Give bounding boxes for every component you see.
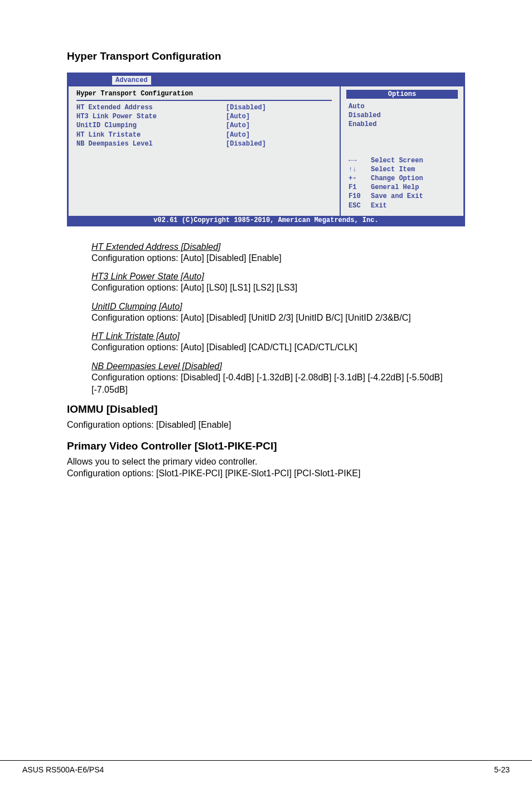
section-body: Configuration options: [Disabled] [Enabl…	[67, 419, 465, 431]
page-footer: ASUS RS500A-E6/PS4 5-23	[0, 760, 532, 774]
heading-hyper-transport: Hyper Transport Configuration	[67, 50, 465, 62]
hint-row: +-Change Option	[349, 174, 456, 183]
bios-value: [Disabled]	[226, 139, 332, 148]
option-item: Enabled	[349, 120, 456, 129]
tab-advanced[interactable]: Advanced	[112, 76, 151, 85]
bios-value: [Auto]	[226, 121, 332, 130]
bios-label: UnitID Clumping	[76, 121, 226, 130]
option-desc: Configuration options: [Auto] [LS0] [LS1…	[91, 282, 465, 294]
hint-key: ESC	[349, 201, 371, 210]
bios-footer: v02.61 (C)Copyright 1985-2010, American …	[69, 216, 463, 225]
bios-label: NB Deempasies Level	[76, 139, 226, 148]
footer-left: ASUS RS500A-E6/PS4	[22, 765, 104, 774]
hint-row: ←→Select Screen	[349, 156, 456, 165]
bios-label: HT Link Tristate	[76, 131, 226, 139]
bios-row[interactable]: NB Deempasies Level [Disabled]	[76, 139, 332, 148]
bios-label: HT3 Link Power State	[76, 112, 226, 121]
hint-row: F10Save and Exit	[349, 192, 456, 201]
option-desc: Configuration options: [Auto] [Disabled]…	[91, 341, 465, 354]
hint-key: F10	[349, 192, 371, 201]
options-list: Auto Disabled Enabled	[341, 102, 463, 129]
heading-iommu: IOMMU [Disabled]	[67, 403, 465, 416]
section-body: Allows you to select the primary video c…	[67, 456, 465, 480]
option-title-ht-tristate: HT Link Tristate [Auto]	[91, 331, 465, 341]
option-desc: Configuration options: [Auto] [Disabled]…	[91, 252, 465, 264]
option-title-unitid: UnitID Clumping [Auto]	[91, 302, 465, 312]
bios-row[interactable]: HT Link Tristate [Auto]	[76, 131, 332, 139]
bios-label: HT Extended Address	[76, 103, 226, 112]
hint-key: +-	[349, 174, 371, 183]
footer-right: 5-23	[494, 765, 510, 774]
option-title-nb-deempasies: NB Deempasies Level [Disabled]	[91, 361, 465, 371]
bios-row[interactable]: HT3 Link Power State [Auto]	[76, 112, 332, 121]
hint-label: General Help	[371, 183, 419, 192]
bios-row[interactable]: UnitID Clumping [Auto]	[76, 121, 332, 130]
option-desc: Configuration options: [Auto] [Disabled]…	[91, 312, 465, 324]
hint-row: F1General Help	[349, 183, 456, 192]
option-item: Disabled	[349, 111, 456, 120]
bios-panel: Advanced Hyper Transport Configuration H…	[67, 73, 465, 226]
bios-menubar: Advanced	[69, 74, 463, 86]
hints-panel: ←→Select Screen ↑↓Select Item +-Change O…	[341, 129, 463, 210]
bios-left-pane: Hyper Transport Configuration HT Extende…	[69, 86, 341, 216]
hint-row: ↑↓Select Item	[349, 165, 456, 174]
bios-value: [Auto]	[226, 131, 332, 139]
hint-label: Save and Exit	[371, 192, 423, 201]
bios-right-pane: Options Auto Disabled Enabled ←→Select S…	[341, 86, 463, 216]
option-title-ht-extended: HT Extended Address [Disabled]	[91, 242, 465, 252]
bios-row[interactable]: HT Extended Address [Disabled]	[76, 103, 332, 112]
options-heading: Options	[346, 90, 458, 99]
bios-value: [Disabled]	[226, 103, 332, 112]
hint-key: ↑↓	[349, 165, 371, 174]
hint-key: F1	[349, 183, 371, 192]
bios-value: [Auto]	[226, 112, 332, 121]
hint-key: ←→	[349, 156, 371, 165]
hint-label: Select Screen	[371, 156, 423, 165]
heading-primary-video: Primary Video Controller [Slot1-PIKE-PCI…	[67, 440, 465, 452]
option-title-ht3-link: HT3 Link Power State [Auto]	[91, 272, 465, 282]
option-item: Auto	[349, 102, 456, 111]
hint-label: Exit	[371, 201, 387, 210]
hint-row: ESCExit	[349, 201, 456, 210]
hint-label: Select Item	[371, 165, 415, 174]
hint-label: Change Option	[371, 174, 423, 183]
option-desc: Configuration options: [Disabled] [-0.4d…	[91, 371, 465, 395]
bios-section-title: Hyper Transport Configuration	[76, 90, 332, 100]
